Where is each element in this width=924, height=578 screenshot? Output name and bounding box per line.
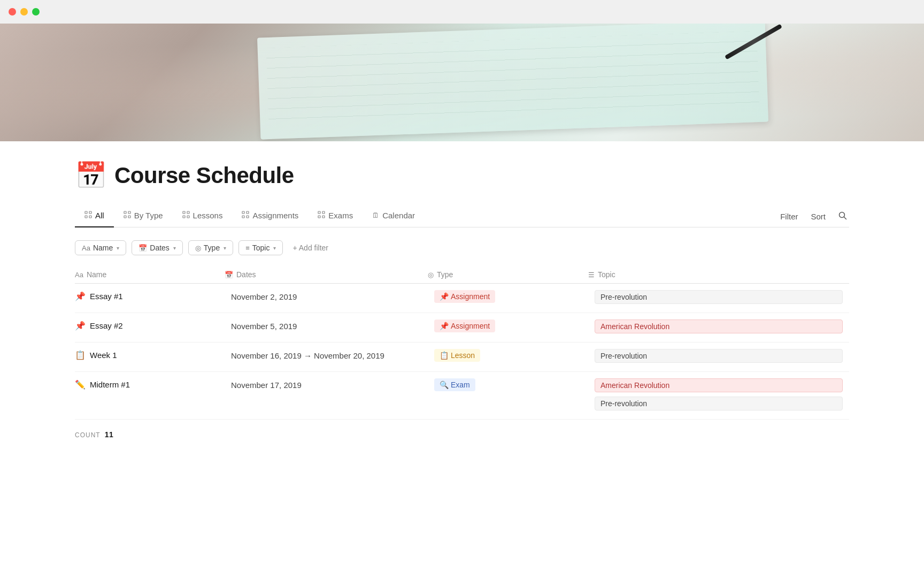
svg-rect-0	[85, 211, 87, 214]
svg-rect-18	[318, 216, 320, 218]
filter-pill-name[interactable]: AaName▾	[75, 240, 126, 255]
svg-rect-1	[89, 211, 91, 214]
topic-tag: American Revolution	[595, 320, 843, 333]
filter-chevron-topic: ▾	[273, 245, 276, 251]
row-icon-week1: 📋	[75, 350, 86, 360]
tab-calendar[interactable]: 🗓Calendar	[363, 206, 425, 227]
tab-icon-exams	[318, 211, 325, 220]
badge-icon-essay2: 📌	[440, 322, 449, 330]
svg-line-21	[844, 217, 846, 219]
row-name-essay2: Essay #2	[90, 321, 123, 330]
badge-icon-essay1: 📌	[440, 292, 449, 301]
col-header-dates: 📅 Dates	[225, 270, 428, 279]
filter-chevron-dates: ▾	[173, 245, 176, 251]
tab-icon-assignments	[242, 211, 249, 220]
filter-icon-dates: 📅	[138, 244, 147, 252]
svg-rect-16	[318, 211, 320, 214]
filter-icon-topic: ≡	[245, 244, 250, 252]
tab-icon-all	[84, 211, 92, 220]
table-row[interactable]: ✏️Midterm #1November 17, 2019🔍ExamAmeric…	[75, 372, 849, 420]
topic-tag: Pre-revolution	[595, 397, 843, 410]
svg-rect-15	[247, 216, 249, 218]
count-row: COUNT 11	[75, 420, 849, 450]
cell-dates-week1: November 16, 2019 → November 20, 2019	[225, 343, 428, 370]
tab-icon-lessons	[182, 211, 190, 220]
tab-by-type[interactable]: By Type	[114, 206, 173, 227]
close-button[interactable]	[9, 8, 16, 16]
cell-name-essay2: 📌Essay #2	[75, 313, 225, 338]
filter-label-type: Type	[204, 244, 220, 252]
tab-icon-calendar: 🗓	[372, 211, 379, 219]
sort-action[interactable]: Sort	[808, 208, 828, 225]
topic-tags-midterm1: American RevolutionPre-revolution	[595, 378, 843, 413]
svg-rect-17	[322, 211, 325, 214]
cell-type-essay2: 📌Assignment	[428, 313, 588, 339]
tab-label-all: All	[95, 211, 104, 220]
col-header-name: Aa Name	[75, 270, 225, 279]
table-row[interactable]: 📋Week 1November 16, 2019 → November 20, …	[75, 343, 849, 372]
page-title-row: 📅 Course Schedule	[75, 163, 849, 188]
filter-pill-dates[interactable]: 📅Dates▾	[132, 240, 183, 255]
tab-icon-by-type	[124, 211, 131, 220]
filter-row: AaName▾📅Dates▾◎Type▾≡Topic▾+ Add filter	[75, 240, 849, 255]
search-action[interactable]	[836, 207, 849, 226]
cell-topic-essay2: American Revolution	[588, 313, 849, 342]
type-badge-week1: 📋Lesson	[434, 349, 480, 362]
name-col-label: Name	[87, 270, 106, 279]
table-body: 📌Essay #1November 2, 2019📌AssignmentPre-…	[75, 284, 849, 420]
dates-col-icon: 📅	[225, 271, 233, 279]
col-header-topic: ☰ Topic	[588, 270, 849, 279]
filter-chevron-type: ▾	[224, 245, 226, 251]
page-icon: 📅	[75, 163, 107, 188]
main-content: 📅 Course Schedule All By Type Lessons	[0, 141, 924, 482]
svg-rect-8	[183, 211, 185, 214]
titlebar	[0, 0, 924, 24]
type-badge-midterm1: 🔍Exam	[434, 378, 475, 391]
filter-action[interactable]: Filter	[778, 208, 800, 225]
row-icon-essay1: 📌	[75, 291, 86, 301]
topic-tags-week1: Pre-revolution	[595, 349, 843, 365]
cell-dates-midterm1: November 17, 2019	[225, 372, 428, 399]
tabs-row: All By Type Lessons Assignments	[75, 206, 849, 227]
tab-label-exams: Exams	[328, 211, 353, 220]
filter-label-topic: Topic	[252, 244, 270, 252]
cell-topic-essay1: Pre-revolution	[588, 284, 849, 313]
filter-icon-name: Aa	[82, 244, 90, 252]
table-row[interactable]: 📌Essay #1November 2, 2019📌AssignmentPre-…	[75, 284, 849, 313]
type-col-label: Type	[437, 270, 453, 279]
table-header: Aa Name 📅 Dates ◎ Type ☰ Topic	[75, 266, 849, 284]
tab-label-by-type: By Type	[134, 211, 163, 220]
tab-all[interactable]: All	[75, 206, 114, 227]
filter-label-name: Name	[93, 244, 113, 252]
add-filter-button[interactable]: + Add filter	[288, 241, 333, 255]
filter-icon-type: ◎	[195, 244, 201, 252]
svg-rect-12	[242, 211, 244, 214]
svg-rect-2	[85, 216, 87, 218]
dates-col-label: Dates	[236, 270, 256, 279]
count-label: COUNT	[75, 431, 101, 439]
type-badge-essay1: 📌Assignment	[434, 290, 495, 303]
tabs-list: All By Type Lessons Assignments	[75, 206, 778, 227]
hero-image	[0, 24, 924, 141]
maximize-button[interactable]	[32, 8, 40, 16]
cell-name-week1: 📋Week 1	[75, 343, 225, 368]
topic-tags-essay2: American Revolution	[595, 320, 843, 336]
row-name-week1: Week 1	[90, 351, 117, 360]
topic-col-label: Topic	[598, 270, 615, 279]
topic-tags-essay1: Pre-revolution	[595, 290, 843, 306]
svg-rect-9	[187, 211, 189, 214]
cell-topic-midterm1: American RevolutionPre-revolution	[588, 372, 849, 419]
filter-pill-type[interactable]: ◎Type▾	[188, 240, 233, 255]
topic-tag: Pre-revolution	[595, 349, 843, 363]
name-col-icon: Aa	[75, 271, 83, 279]
cell-topic-week1: Pre-revolution	[588, 343, 849, 371]
tab-exams[interactable]: Exams	[308, 206, 363, 227]
type-col-icon: ◎	[428, 271, 434, 279]
row-icon-essay2: 📌	[75, 321, 86, 331]
tab-assignments[interactable]: Assignments	[232, 206, 308, 227]
minimize-button[interactable]	[20, 8, 28, 16]
cell-name-essay1: 📌Essay #1	[75, 284, 225, 309]
table-row[interactable]: 📌Essay #2November 5, 2019📌AssignmentAmer…	[75, 313, 849, 343]
filter-pill-topic[interactable]: ≡Topic▾	[238, 240, 283, 255]
tab-lessons[interactable]: Lessons	[173, 206, 233, 227]
